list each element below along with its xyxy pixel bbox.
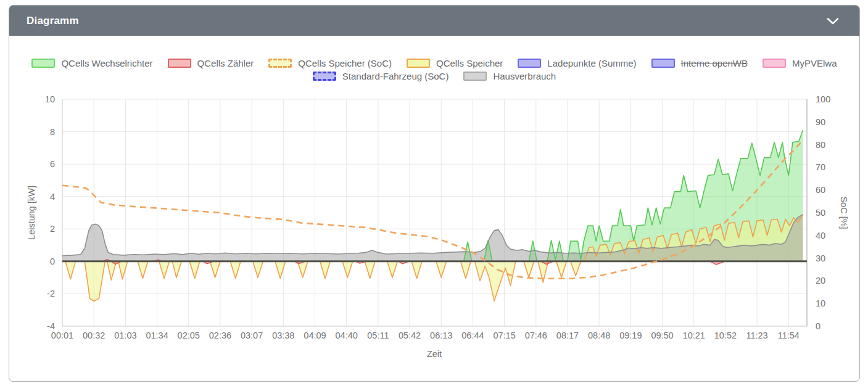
y-axis-right-title: SoC [%] [839, 196, 849, 229]
x-axis-tick: 01:03 [114, 331, 136, 340]
x-axis-tick: 06:44 [461, 331, 484, 340]
y-axis-left-tick: 6 [50, 159, 55, 169]
x-axis-tick: 00:32 [83, 331, 105, 340]
y-axis-left-tick: 0 [50, 257, 55, 266]
x-axis-tick: 04:40 [336, 331, 358, 340]
y-axis-left-tick: -4 [47, 321, 55, 331]
x-axis-tick: 05:11 [367, 331, 389, 340]
x-axis-tick: 07:15 [493, 331, 515, 340]
chart-area: QCells WechselrichterQCells ZählerQCells… [9, 36, 859, 380]
x-axis-tick: 11:23 [746, 331, 767, 340]
x-axis-tick: 10:52 [714, 331, 737, 340]
y-axis-right-tick: 50 [816, 208, 825, 218]
y-axis-right-tick: 90 [816, 117, 825, 127]
x-axis-tick: 01:34 [146, 331, 168, 340]
y-axis-left-tick: 10 [45, 94, 55, 104]
x-axis-tick: 09:19 [619, 331, 642, 340]
y-axis-left-title: Leistung [kW] [27, 186, 36, 240]
y-axis-right-tick: 0 [816, 321, 820, 331]
y-axis-left-tick: 2 [50, 224, 55, 234]
y-axis-left-tick: 4 [50, 192, 55, 202]
diagram-card-header[interactable]: Diagramm [9, 6, 859, 36]
x-axis-title: Zeit [427, 349, 442, 359]
diagram-card: Diagramm QCells WechselrichterQCells Zäh… [9, 5, 860, 382]
y-axis-left-tick: -2 [47, 289, 55, 298]
x-axis-tick: 08:17 [556, 331, 579, 340]
x-axis-tick: 09:50 [651, 331, 673, 340]
x-axis-tick: 07:46 [525, 331, 547, 340]
collapse-button[interactable] [825, 13, 841, 29]
x-axis-tick: 00:01 [51, 331, 73, 340]
x-axis-tick: 10:21 [683, 331, 705, 340]
y-axis-right-tick: 10 [816, 298, 825, 308]
y-axis-right-tick: 100 [816, 94, 830, 104]
page-title: Diagramm [27, 15, 79, 27]
x-axis-tick: 04:09 [304, 331, 326, 340]
y-axis-left-tick: 8 [50, 127, 55, 137]
y-axis-right-tick: 70 [816, 162, 825, 172]
x-axis-tick: 08:48 [588, 331, 610, 340]
x-axis-tick: 02:05 [178, 331, 200, 340]
y-axis-right-tick: 60 [816, 185, 825, 195]
y-axis-right-tick: 80 [816, 140, 825, 150]
x-axis-tick: 11:54 [778, 331, 800, 340]
y-axis-right-tick: 20 [816, 276, 825, 285]
y-axis-right-tick: 40 [816, 231, 825, 240]
x-axis-tick: 03:07 [241, 331, 263, 340]
y-axis-right-tick: 30 [816, 253, 825, 263]
x-axis-tick: 06:13 [430, 331, 452, 340]
x-axis-tick: 05:42 [399, 331, 421, 340]
chart-canvas: -4-20246810010203040506070809010000:0100… [9, 36, 858, 380]
chevron-down-icon [825, 13, 841, 29]
x-axis-tick: 03:38 [272, 331, 294, 340]
x-axis-tick: 02:36 [209, 331, 231, 340]
